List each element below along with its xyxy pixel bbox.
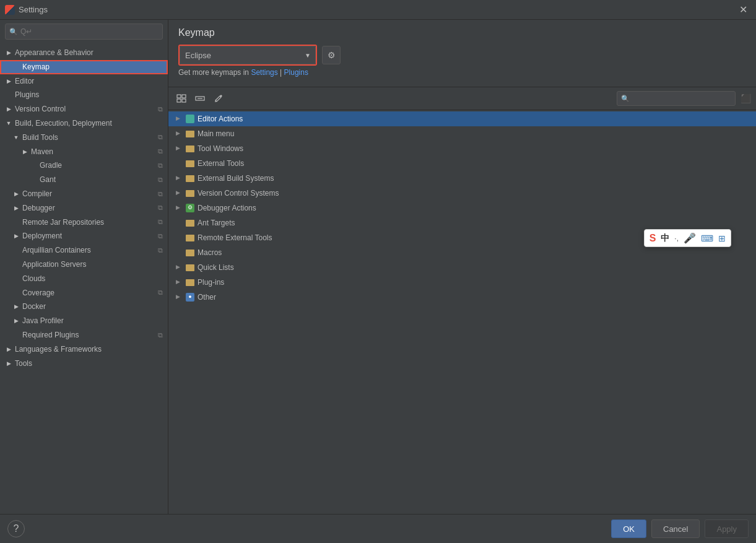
action-label: Other — [198, 292, 216, 303]
action-label: External Tools — [198, 158, 244, 169]
sidebar-item-editor[interactable]: Editor — [0, 74, 168, 89]
action-item-tool-windows[interactable]: Tool Windows — [168, 141, 756, 156]
sidebar-item-label: Remote Jar Repositories — [22, 217, 104, 228]
sidebar-item-keymap[interactable]: Keymap — [0, 60, 168, 74]
sidebar-item-tools[interactable]: Tools — [0, 357, 168, 371]
sidebar-item-label: Required Plugins — [22, 330, 79, 341]
action-item-macros[interactable]: Macros — [168, 245, 756, 260]
ime-mic-icon: 🎤 — [684, 232, 696, 244]
leaf-spacer — [12, 331, 20, 339]
action-item-quick-lists[interactable]: Quick Lists — [168, 260, 756, 275]
collapse-all-icon — [195, 94, 205, 103]
sidebar-item-compiler[interactable]: Compiler ⧉ — [0, 187, 168, 201]
folder-icon — [186, 220, 194, 227]
main-panel: Keymap Eclipse Default Mac OS X Emacs Vi… — [168, 20, 756, 514]
dialog-body: 🔍 Appearance & Behavior Keymap Editor — [0, 20, 756, 514]
folder-icon — [186, 264, 194, 271]
sidebar-item-version-control[interactable]: Version Control ⧉ — [0, 102, 168, 116]
collapse-arrow — [12, 318, 20, 325]
sidebar-item-debugger[interactable]: Debugger ⧉ — [0, 201, 168, 215]
app-icon — [5, 5, 15, 15]
collapse-arrow — [176, 293, 183, 302]
edit-shortcut-button[interactable] — [211, 91, 227, 106]
collapse-arrow — [21, 148, 28, 155]
sidebar-item-app-servers[interactable]: Application Servers — [0, 258, 168, 272]
action-item-main-menu[interactable]: Main menu — [168, 126, 756, 141]
sidebar-search-container[interactable]: 🔍 — [5, 24, 163, 40]
settings-link[interactable]: Settings — [251, 68, 277, 77]
action-item-version-control-systems[interactable]: Version Control Systems — [168, 186, 756, 201]
expand-all-button[interactable] — [173, 91, 189, 106]
apply-button[interactable]: Apply — [705, 519, 749, 538]
sidebar-item-label: Clouds — [22, 274, 45, 284]
action-item-external-build-systems[interactable]: External Build Systems — [168, 171, 756, 186]
sidebar-item-languages[interactable]: Languages & Frameworks — [0, 342, 168, 357]
sidebar-item-plugins[interactable]: Plugins — [0, 88, 168, 102]
actions-search-container[interactable]: 🔍 — [617, 91, 736, 106]
leaf-spacer — [30, 162, 37, 170]
copy-icon: ⧉ — [158, 246, 163, 255]
ok-button[interactable]: OK — [611, 519, 646, 538]
sidebar-item-label: Docker — [22, 302, 46, 312]
sidebar: 🔍 Appearance & Behavior Keymap Editor — [0, 20, 168, 514]
sidebar-item-coverage[interactable]: Coverage ⧉ — [0, 286, 168, 300]
sidebar-item-build-tools[interactable]: Build Tools ⧉ — [0, 131, 168, 145]
action-label: Ant Targets — [198, 217, 235, 228]
sidebar-item-maven[interactable]: Maven ⧉ — [0, 145, 168, 159]
sidebar-item-appearance[interactable]: Appearance & Behavior — [0, 46, 168, 60]
get-more-keymaps-link: Get more keymaps in Settings | Plugins — [178, 66, 746, 82]
debugger-icon: ⚙ — [186, 204, 194, 212]
sidebar-item-required-plugins[interactable]: Required Plugins ⧉ — [0, 328, 168, 342]
action-item-editor-actions[interactable]: Editor Actions — [168, 111, 756, 126]
action-item-ant-targets[interactable]: Ant Targets — [168, 215, 756, 230]
sidebar-item-remote-jar[interactable]: Remote Jar Repositories ⧉ — [0, 215, 168, 230]
leaf-spacer — [12, 261, 20, 268]
sidebar-item-docker[interactable]: Docker — [0, 300, 168, 314]
sidebar-search-input[interactable] — [20, 27, 159, 36]
action-item-other[interactable]: ● Other — [168, 290, 756, 305]
action-label: Editor Actions — [198, 113, 243, 124]
edit-icon — [214, 94, 223, 103]
sidebar-item-label: Coverage — [22, 288, 54, 298]
sidebar-item-deployment[interactable]: Deployment ⧉ — [0, 229, 168, 243]
action-item-debugger-actions[interactable]: ⚙ Debugger Actions — [168, 201, 756, 215]
sidebar-item-build-execution[interactable]: Build, Execution, Deployment — [0, 116, 168, 131]
search-icon: 🔍 — [621, 95, 630, 103]
folder-icon — [186, 131, 194, 137]
action-item-plug-ins[interactable]: Plug-ins — [168, 275, 756, 290]
sidebar-item-arquillian[interactable]: Arquillian Containers ⧉ — [0, 243, 168, 258]
ime-s-icon: S — [650, 233, 656, 244]
leaf-spacer — [5, 92, 12, 99]
action-label: Version Control Systems — [198, 188, 279, 199]
sidebar-item-gant[interactable]: Gant ⧉ — [0, 173, 168, 187]
copy-icon: ⧉ — [158, 132, 163, 142]
sidebar-item-label: Gradle — [40, 160, 62, 171]
copy-icon: ⧉ — [158, 217, 163, 227]
action-label: Remote External Tools — [198, 232, 272, 243]
help-button[interactable]: ? — [7, 520, 25, 537]
sidebar-item-label: Arquillian Containers — [22, 245, 91, 256]
actions-search-input[interactable] — [632, 94, 731, 103]
sidebar-item-label: Java Profiler — [22, 316, 64, 326]
expand-all-icon — [176, 94, 186, 103]
keymap-select[interactable]: Eclipse Default Mac OS X Emacs Visual St… — [180, 46, 316, 64]
sidebar-item-java-profiler[interactable]: Java Profiler — [0, 314, 168, 328]
sidebar-item-gradle[interactable]: Gradle ⧉ — [0, 159, 168, 173]
search-options-button[interactable]: ⬛ — [741, 93, 751, 103]
collapse-arrow — [176, 144, 183, 153]
gear-button[interactable]: ⚙ — [322, 46, 341, 64]
plugins-link[interactable]: Plugins — [284, 68, 308, 77]
copy-icon: ⧉ — [158, 232, 163, 241]
cancel-button[interactable]: Cancel — [651, 519, 700, 538]
sidebar-item-clouds[interactable]: Clouds — [0, 272, 168, 286]
action-label: Plug-ins — [198, 277, 224, 288]
action-item-external-tools[interactable]: External Tools — [168, 156, 756, 171]
leaf-spacer — [12, 219, 20, 226]
copy-icon: ⧉ — [158, 189, 163, 199]
svg-rect-3 — [182, 99, 186, 102]
collapse-all-button[interactable] — [192, 91, 208, 106]
keymap-row: Eclipse Default Mac OS X Emacs Visual St… — [178, 45, 746, 66]
ime-keyboard-icon: ⌨ — [701, 233, 713, 243]
copy-icon: ⧉ — [158, 331, 163, 340]
close-button[interactable]: ✕ — [736, 2, 751, 17]
